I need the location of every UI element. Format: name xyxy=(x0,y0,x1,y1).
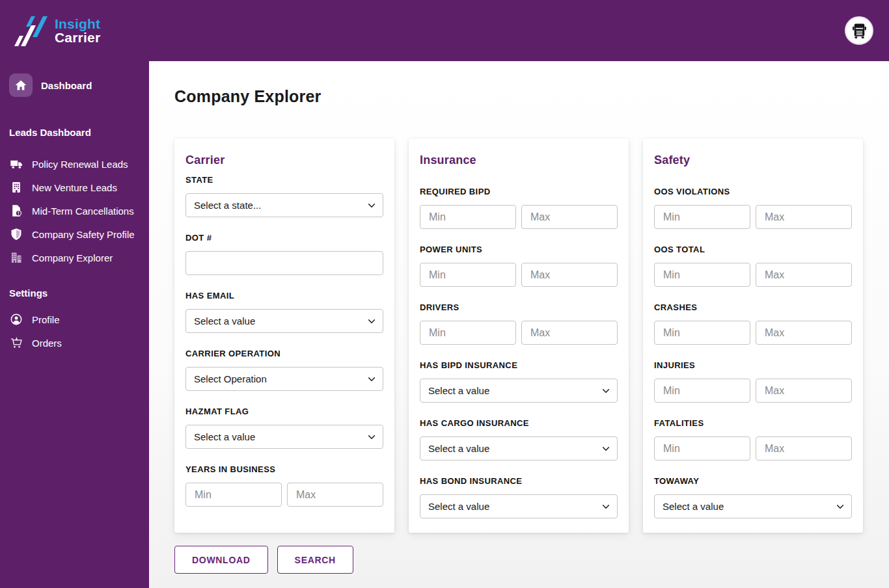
brand-name: Insight Carrier xyxy=(55,17,100,45)
search-button[interactable]: SEARCH xyxy=(277,546,353,574)
brand-name-top: Insight xyxy=(55,17,100,31)
dot-number-label: DOT # xyxy=(185,233,383,243)
fatalities-min-input[interactable] xyxy=(654,436,750,461)
sidebar-item-company-safety-profile[interactable]: Company Safety Profile xyxy=(0,222,149,246)
sidebar-item-profile[interactable]: Profile xyxy=(0,308,149,331)
required-bipd-field: REQUIRED BIPD xyxy=(420,187,618,229)
has-email-select[interactable]: Select a value xyxy=(185,309,383,333)
years-in-business-max-input[interactable] xyxy=(287,483,383,507)
has-bipd-insurance-label: HAS BIPD INSURANCE xyxy=(420,360,618,370)
years-in-business-min-input[interactable] xyxy=(185,483,282,507)
sidebar-item-label: New Venture Leads xyxy=(32,182,117,193)
crashes-field: CRASHES xyxy=(654,302,852,345)
sidebar: Dashboard Leads Dashboard Policy Renewal… xyxy=(0,61,149,588)
has-cargo-insurance-field: HAS CARGO INSURANCE Select a value xyxy=(420,418,618,461)
truck-avatar-icon xyxy=(851,22,868,40)
card-title: Carrier xyxy=(185,154,383,167)
has-bond-insurance-label: HAS BOND INSURANCE xyxy=(420,476,618,486)
card-title: Safety xyxy=(654,154,852,167)
brand-name-bottom: Carrier xyxy=(55,31,100,44)
app-header: Insight Carrier xyxy=(0,0,889,61)
state-label: STATE xyxy=(185,175,383,185)
towaway-label: TOWAWAY xyxy=(654,476,852,486)
has-email-label: HAS EMAIL xyxy=(185,291,383,301)
carrier-operation-select[interactable]: Select Operation xyxy=(185,367,383,391)
injuries-min-input[interactable] xyxy=(654,379,750,403)
sidebar-section-leads-dashboard: Leads Dashboard xyxy=(0,127,149,138)
has-cargo-insurance-label: HAS CARGO INSURANCE xyxy=(420,418,618,428)
oos-violations-max-input[interactable] xyxy=(756,205,852,229)
page-title: Company Explorer xyxy=(174,87,889,106)
drivers-min-input[interactable] xyxy=(420,321,516,345)
sidebar-item-dashboard[interactable]: Dashboard xyxy=(9,74,140,97)
safety-card: Safety OOS VIOLATIONS OOS TOTAL CRASHES xyxy=(643,139,863,533)
drivers-field: DRIVERS xyxy=(420,302,618,345)
double-slash-logo-icon xyxy=(14,15,49,46)
oos-total-min-input[interactable] xyxy=(654,263,750,287)
download-button[interactable]: DOWNLOAD xyxy=(174,546,268,574)
sidebar-item-label: Company Safety Profile xyxy=(32,229,135,240)
home-icon xyxy=(9,74,33,97)
towaway-field: TOWAWAY Select a value xyxy=(654,476,852,518)
power-units-field: POWER UNITS xyxy=(420,245,618,287)
crashes-max-input[interactable] xyxy=(756,321,852,345)
dot-number-input[interactable] xyxy=(185,251,383,275)
actions-bar: DOWNLOAD SEARCH xyxy=(174,546,889,574)
card-title: Insurance xyxy=(420,154,618,167)
has-cargo-insurance-select[interactable]: Select a value xyxy=(420,436,618,461)
has-bipd-insurance-field: HAS BIPD INSURANCE Select a value xyxy=(420,360,618,403)
fatalities-label: FATALITIES xyxy=(654,418,852,428)
user-icon xyxy=(9,312,23,327)
has-email-field: HAS EMAIL Select a value xyxy=(185,291,383,333)
sidebar-item-label: Orders xyxy=(32,338,62,349)
hazmat-flag-field: HAZMAT FLAG Select a value xyxy=(185,407,383,449)
sidebar-section-settings: Settings xyxy=(0,287,149,299)
injuries-field: INJURIES xyxy=(654,360,852,403)
insurance-card: Insurance REQUIRED BIPD POWER UNITS DRIV… xyxy=(409,139,629,533)
injuries-label: INJURIES xyxy=(654,360,852,370)
main-content: Company Explorer Carrier STATE Select a … xyxy=(149,61,889,588)
sidebar-item-label: Dashboard xyxy=(41,80,92,91)
state-select[interactable]: Select a state... xyxy=(185,193,383,217)
power-units-max-input[interactable] xyxy=(521,263,618,287)
oos-violations-field: OOS VIOLATIONS xyxy=(654,187,852,229)
fatalities-field: FATALITIES xyxy=(654,418,852,461)
carrier-operation-field: CARRIER OPERATION Select Operation xyxy=(185,349,383,391)
sidebar-item-new-venture-leads[interactable]: New Venture Leads xyxy=(0,176,149,199)
drivers-max-input[interactable] xyxy=(521,321,618,345)
truck-icon xyxy=(9,157,23,171)
user-avatar[interactable] xyxy=(845,16,873,45)
dot-number-field: DOT # xyxy=(185,233,383,275)
carrier-card: Carrier STATE Select a state... DOT # HA… xyxy=(174,139,394,533)
sidebar-item-orders[interactable]: Orders xyxy=(0,331,149,354)
sidebar-item-policy-renewal-leads[interactable]: Policy Renewal Leads xyxy=(0,152,149,176)
power-units-label: POWER UNITS xyxy=(420,245,618,254)
has-bond-insurance-select[interactable]: Select a value xyxy=(420,494,618,518)
cart-icon xyxy=(9,336,23,350)
required-bipd-max-input[interactable] xyxy=(521,205,618,229)
hazmat-flag-select[interactable]: Select a value xyxy=(185,425,383,449)
hazmat-flag-label: HAZMAT FLAG xyxy=(185,407,383,416)
filter-cards: Carrier STATE Select a state... DOT # HA… xyxy=(174,139,889,533)
file-alert-icon xyxy=(9,204,23,218)
oos-total-max-input[interactable] xyxy=(756,263,852,287)
years-in-business-label: YEARS IN BUSINESS xyxy=(185,464,383,474)
crashes-min-input[interactable] xyxy=(654,321,750,345)
required-bipd-min-input[interactable] xyxy=(420,205,516,229)
shield-icon xyxy=(9,227,23,241)
oos-violations-label: OOS VIOLATIONS xyxy=(654,187,852,196)
sidebar-item-label: Policy Renewal Leads xyxy=(32,159,128,170)
sidebar-item-company-explorer[interactable]: Company Explorer xyxy=(0,246,149,269)
sidebar-item-label: Profile xyxy=(32,314,60,325)
brand-logo[interactable]: Insight Carrier xyxy=(14,15,100,46)
carrier-operation-label: CARRIER OPERATION xyxy=(185,349,383,358)
has-bipd-insurance-select[interactable]: Select a value xyxy=(420,379,618,403)
fatalities-max-input[interactable] xyxy=(756,436,852,461)
towaway-select[interactable]: Select a value xyxy=(654,494,852,518)
power-units-min-input[interactable] xyxy=(420,263,516,287)
state-field: STATE Select a state... xyxy=(185,175,383,217)
oos-violations-min-input[interactable] xyxy=(654,205,750,229)
has-bond-insurance-field: HAS BOND INSURANCE Select a value xyxy=(420,476,618,518)
injuries-max-input[interactable] xyxy=(756,379,852,403)
sidebar-item-mid-term-cancellations[interactable]: Mid-Term Cancellations xyxy=(0,199,149,222)
